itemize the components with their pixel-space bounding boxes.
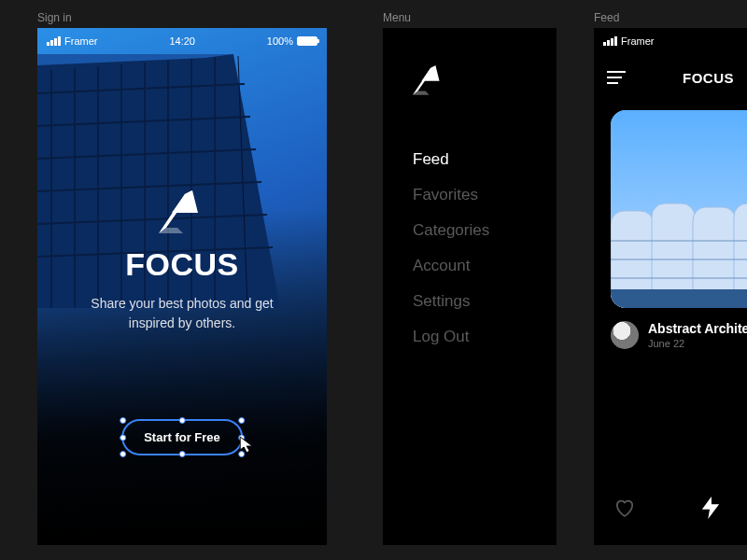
selection-handle-icon[interactable] [238, 417, 245, 424]
artboard-label-menu: Menu [383, 11, 411, 24]
artboard-label-signin: Sign in [37, 11, 72, 24]
focus-logo-icon [413, 65, 444, 95]
selection-handle-icon[interactable] [178, 451, 185, 457]
menu-item-logout[interactable]: Log Out [413, 319, 557, 355]
svg-marker-22 [422, 65, 440, 80]
battery-icon [297, 36, 317, 46]
start-for-free-button[interactable]: Start for Free [121, 419, 243, 455]
menu-item-categories[interactable]: Categories [413, 213, 557, 248]
hamburger-icon[interactable] [607, 71, 626, 84]
avatar[interactable] [611, 321, 639, 349]
carrier-label: Framer [621, 35, 654, 47]
menu-item-account[interactable]: Account [413, 248, 557, 284]
status-bar: Framer [594, 28, 747, 54]
feed-screen: Framer FOCUS [594, 28, 747, 545]
tagline: Share your best photos and get inspired … [84, 294, 280, 333]
signin-screen: Framer 14:20 100% FOCUS Share your best … [37, 28, 327, 545]
selection-handle-icon[interactable] [178, 417, 185, 424]
svg-rect-33 [611, 289, 747, 308]
feed-card-title: Abstract Architecture [648, 321, 747, 336]
bolt-icon[interactable] [700, 497, 721, 519]
signal-bars-icon [47, 36, 61, 46]
status-bar: Framer 14:20 100% [37, 28, 327, 54]
svg-marker-34 [702, 497, 719, 519]
feed-title: FOCUS [683, 70, 734, 86]
cursor-icon [239, 436, 254, 455]
signal-bars-icon [603, 36, 617, 46]
battery-percent: 100% [267, 35, 293, 47]
menu-screen: Feed Favorites Categories Account Settin… [383, 28, 557, 545]
selection-handle-icon[interactable] [120, 417, 126, 424]
feed-card-image [611, 110, 747, 308]
menu-item-settings[interactable]: Settings [413, 284, 557, 319]
svg-marker-20 [240, 437, 252, 453]
cta-label: Start for Free [144, 430, 220, 444]
focus-logo-icon [159, 190, 205, 233]
app-title: FOCUS [125, 246, 239, 283]
selection-handle-icon[interactable] [120, 451, 126, 457]
heart-icon[interactable] [614, 498, 635, 517]
feed-card-date: June 22 [648, 338, 747, 349]
carrier-label: Framer [64, 35, 97, 47]
artboard-label-feed: Feed [594, 11, 619, 24]
clock: 14:20 [169, 35, 195, 47]
svg-marker-18 [172, 190, 198, 213]
selection-handle-icon[interactable] [120, 434, 126, 441]
cta-selection-frame[interactable]: Start for Free [121, 419, 243, 455]
menu-list: Feed Favorites Categories Account Settin… [383, 142, 557, 355]
feed-card[interactable]: Abstract Architecture June 22 [611, 110, 747, 349]
menu-item-feed[interactable]: Feed [413, 142, 557, 177]
menu-item-favorites[interactable]: Favorites [413, 177, 557, 213]
